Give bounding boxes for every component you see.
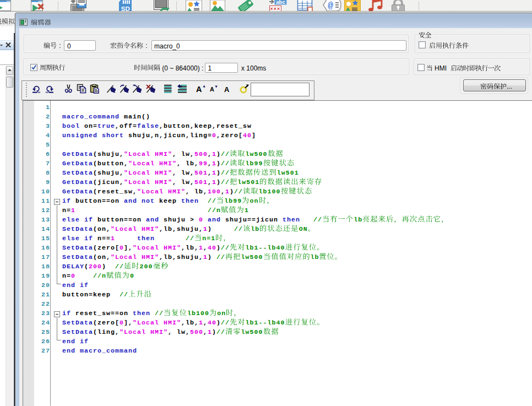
svg-text:A: A <box>196 85 202 94</box>
svg-text:@: @ <box>328 1 333 11</box>
svg-text:SD: SD <box>121 6 130 12</box>
svg-text:×××: ××× <box>270 6 281 12</box>
svg-text:A: A <box>224 85 230 94</box>
svg-text:abc: abc <box>276 0 285 5</box>
svg-text:A: A <box>210 86 214 93</box>
